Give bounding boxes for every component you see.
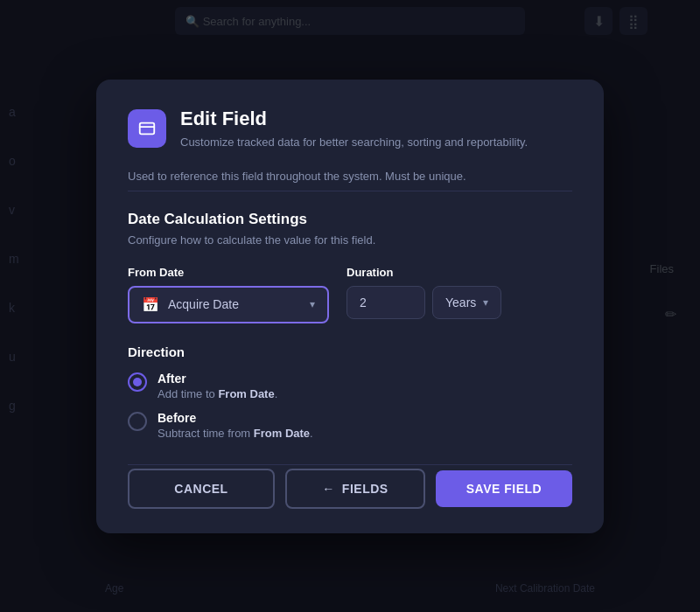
modal-icon-wrapper bbox=[128, 109, 166, 148]
radio-after-button[interactable] bbox=[128, 372, 147, 392]
radio-after-desc: Add time to From Date. bbox=[158, 387, 277, 400]
edit-field-modal: Edit Field Customize tracked data for be… bbox=[96, 80, 604, 533]
fields-button-label: FIELDS bbox=[342, 482, 388, 496]
duration-unit-select[interactable]: Years ▾ bbox=[432, 286, 501, 319]
duration-inputs: Years ▾ bbox=[346, 286, 501, 319]
duration-group: Duration Years ▾ bbox=[346, 266, 501, 319]
unique-note: Used to reference this field throughout … bbox=[128, 168, 572, 185]
modal-backdrop: Edit Field Customize tracked data for be… bbox=[0, 0, 700, 612]
direction-title: Direction bbox=[128, 344, 572, 359]
radio-after-text: After Add time to From Date. bbox=[158, 372, 277, 400]
duration-unit-value: Years bbox=[445, 296, 476, 309]
duration-label: Duration bbox=[346, 266, 501, 279]
radio-before-button[interactable] bbox=[128, 412, 147, 431]
from-date-value: Acquire Date bbox=[168, 297, 239, 311]
section-subtitle: Configure how to calculate the value for… bbox=[128, 233, 572, 247]
radio-before-desc: Subtract time from From Date. bbox=[158, 427, 313, 440]
radio-before-text: Before Subtract time from From Date. bbox=[158, 411, 313, 440]
radio-after-inner bbox=[133, 378, 142, 386]
modal-title-block: Edit Field Customize tracked data for be… bbox=[180, 108, 528, 151]
section-title: Date Calculation Settings bbox=[128, 211, 572, 228]
edit-field-icon bbox=[137, 119, 157, 138]
radio-before-desc-bold: From Date bbox=[254, 427, 310, 440]
radio-before-desc-end: . bbox=[310, 427, 313, 440]
chevron-down-icon: ▾ bbox=[483, 296, 488, 309]
calendar-icon: 📅 bbox=[142, 296, 159, 313]
fields-row: From Date 📅 Acquire Date ▾ Duration Year… bbox=[128, 266, 572, 323]
modal-header: Edit Field Customize tracked data for be… bbox=[128, 108, 572, 151]
fields-button[interactable]: ← FIELDS bbox=[285, 469, 425, 509]
direction-section: Direction After Add time to From Date. bbox=[128, 344, 572, 440]
radio-before[interactable]: Before Subtract time from From Date. bbox=[128, 411, 572, 440]
radio-after-label: After bbox=[158, 372, 277, 386]
radio-before-label: Before bbox=[158, 411, 313, 425]
arrow-left-icon: ← bbox=[322, 482, 335, 496]
radio-after-desc-end: . bbox=[275, 387, 278, 400]
duration-input[interactable] bbox=[346, 286, 425, 319]
modal-title: Edit Field bbox=[180, 108, 528, 130]
from-date-label: From Date bbox=[128, 266, 329, 279]
modal-footer: CANCEL ← FIELDS SAVE FIELD bbox=[128, 464, 572, 509]
svg-rect-0 bbox=[140, 122, 155, 134]
radio-before-desc-text: Subtract time from bbox=[158, 427, 254, 440]
cancel-button[interactable]: CANCEL bbox=[128, 469, 275, 509]
save-field-button[interactable]: SAVE FIELD bbox=[436, 470, 572, 507]
radio-after-desc-text: Add time to bbox=[158, 387, 218, 400]
chevron-down-icon: ▾ bbox=[310, 298, 315, 310]
radio-after-desc-bold: From Date bbox=[218, 387, 274, 400]
from-date-group: From Date 📅 Acquire Date ▾ bbox=[128, 266, 329, 323]
radio-after[interactable]: After Add time to From Date. bbox=[128, 372, 572, 400]
modal-description: Customize tracked data for better search… bbox=[180, 134, 528, 151]
from-date-select[interactable]: 📅 Acquire Date ▾ bbox=[128, 286, 329, 323]
from-date-select-wrapper: 📅 Acquire Date ▾ bbox=[128, 286, 329, 323]
modal-divider bbox=[128, 191, 572, 191]
